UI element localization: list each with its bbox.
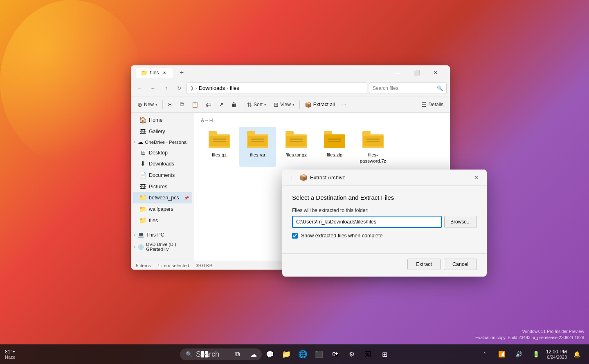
battery-icon: 🔋	[533, 351, 540, 357]
sidebar-item-between-pcs[interactable]: 📁 between_pcs 📌	[133, 192, 192, 203]
file-item-rar[interactable]: files.rar	[239, 127, 276, 167]
minimize-button[interactable]: —	[389, 65, 407, 80]
new-button[interactable]: ⊕ New ▾	[134, 100, 161, 109]
apps-button[interactable]: ⊞	[377, 347, 392, 362]
dvd-expand-icon: ›	[134, 245, 135, 249]
tab-close-button[interactable]: ✕	[161, 69, 168, 76]
close-button[interactable]: ✕	[426, 65, 445, 80]
thispc-icon: 💻	[138, 232, 144, 238]
chat-button[interactable]: 💬	[263, 347, 277, 362]
edge-button[interactable]: 🌐	[295, 347, 310, 362]
apps-icon: ⊞	[382, 351, 387, 358]
cut-icon: ✂	[168, 101, 173, 108]
breadcrumb[interactable]: ❱ › Downloads › files	[187, 83, 367, 94]
browse-button[interactable]: Browse...	[444, 216, 477, 228]
sidebar-item-gallery[interactable]: 🖼 Gallery	[133, 126, 192, 137]
sidebar-item-wallpapers[interactable]: 📁 wallpapers 📌	[133, 203, 192, 215]
file-item-zip[interactable]: files.zip	[316, 127, 353, 167]
sort-button[interactable]: ⇅ Sort ▾	[244, 100, 270, 109]
more-button[interactable]: ···	[339, 100, 350, 109]
cut-button[interactable]: ✂	[164, 100, 176, 109]
copy-button[interactable]: ⧉	[177, 99, 187, 109]
search-box[interactable]: Search files 🔍	[369, 83, 447, 94]
sidebar-item-downloads[interactable]: ⬇ Downloads 📌	[133, 158, 192, 170]
share-button[interactable]: ↗	[216, 100, 227, 109]
sidebar-section-onedrive[interactable]: › ☁ OneDrive - Personal	[131, 137, 194, 147]
store-button[interactable]: 🛍	[328, 347, 343, 362]
search-bar-text: Search	[196, 350, 219, 359]
search-button[interactable]: 🔍 Search	[214, 347, 228, 362]
extract-button[interactable]: Extract	[407, 259, 441, 270]
sort-chevron-icon: ▾	[264, 103, 266, 107]
tab-folder-icon: 📁	[141, 69, 148, 76]
downloads-icon: ⬇	[139, 160, 146, 167]
tray-overflow-icon: ⌃	[483, 351, 487, 357]
file-explorer-taskbar-btn[interactable]: 📁	[279, 347, 294, 362]
weather-condition: Haze	[5, 355, 16, 360]
breadcrumb-downloads[interactable]: Downloads	[199, 85, 225, 91]
sidebar-item-documents[interactable]: 📄 Documents 📌	[133, 170, 192, 181]
sidebar-item-desktop[interactable]: 🖥 Desktop 📌	[133, 147, 192, 158]
sidebar-item-wallpapers-label: wallpapers	[149, 206, 173, 212]
dialog-title-text: Extract Archive	[310, 174, 346, 181]
window-controls: — ⬜ ✕	[389, 65, 445, 80]
sidebar-item-home[interactable]: 🏠 Home	[133, 114, 192, 126]
status-selected: 1 item selected	[157, 263, 189, 268]
up-button[interactable]: ↑	[160, 83, 172, 94]
widgets-button[interactable]: ☁	[246, 347, 261, 362]
back-button[interactable]: ←	[134, 83, 146, 94]
new-tab-button[interactable]: +	[176, 67, 187, 78]
files-folder-icon: 📁	[139, 217, 146, 224]
rename-button[interactable]: 🏷	[202, 100, 215, 109]
new-label: New	[144, 102, 154, 107]
sys-tray: ⌃ 📶 🔊 🔋 12:00 PM 6/24/2023 🔔	[477, 347, 584, 362]
show-extracted-label: Show extracted files when complete	[301, 233, 382, 239]
file-item-gz[interactable]: files.gz	[201, 127, 238, 167]
notification-button[interactable]: 🔔	[569, 347, 584, 362]
clock-area[interactable]: 12:00 PM 6/24/2023	[546, 349, 567, 360]
desktop: 📁 files ✕ + — ⬜ ✕ ← → ↑ ↻ ❱ › Downloads …	[0, 0, 589, 364]
file-item-7z[interactable]: files-password.7z	[355, 127, 391, 167]
paste-button[interactable]: 📋	[188, 100, 202, 109]
new-icon: ⊕	[137, 101, 142, 108]
extract-all-button[interactable]: 📦 Extract all	[301, 100, 338, 109]
show-extracted-checkbox[interactable]	[292, 233, 298, 239]
sidebar-item-between-pcs-label: between_pcs	[149, 195, 179, 201]
sidebar-section-thispc[interactable]: › 💻 This PC	[131, 230, 194, 240]
tray-overflow-button[interactable]: ⌃	[477, 347, 492, 362]
file-item-targz[interactable]: files.tar.gz	[278, 127, 315, 167]
battery-button[interactable]: 🔋	[529, 347, 544, 362]
taskbar-center: 🔍 Search ⧉ ☁ 💬 📁 🌐 ⬛ 🛍	[197, 347, 392, 362]
toolbar-separator-1	[162, 100, 163, 109]
file-icon-targz-wrap	[285, 129, 308, 150]
breadcrumb-files[interactable]: files	[230, 85, 239, 91]
sidebar-section-thispc-label: This PC	[146, 232, 164, 238]
terminal-button[interactable]: ⬛	[312, 347, 326, 362]
dialog-path-input[interactable]	[292, 216, 442, 228]
settings-button[interactable]: ⚙	[344, 347, 359, 362]
network-button[interactable]: 📶	[495, 347, 509, 362]
gallery-icon: 🖼	[139, 128, 146, 135]
maximize-button[interactable]: ⬜	[407, 65, 426, 80]
dialog-overlay: ← 📦 Extract Archive ✕ Select a Destinati…	[0, 0, 589, 364]
explorer-tab[interactable]: 📁 files ✕	[136, 68, 173, 78]
sidebar-item-pictures[interactable]: 🖼 Pictures 📌	[133, 181, 192, 192]
more-icon: ···	[342, 102, 346, 107]
volume-button[interactable]: 🔊	[512, 347, 526, 362]
dialog-close-button[interactable]: ✕	[470, 172, 482, 183]
delete-button[interactable]: 🗑	[228, 100, 240, 109]
sidebar-section-dvd[interactable]: › 💿 DVD Drive (D:) GParted-liv	[131, 240, 194, 254]
details-button[interactable]: ☰ Details	[418, 100, 447, 109]
dialog-title-icon: 📦	[299, 174, 308, 181]
dialog-back-button[interactable]: ←	[287, 173, 297, 183]
sidebar-section-dvd-label: DVD Drive (D:) GParted-liv	[146, 242, 191, 252]
refresh-button[interactable]: ↻	[173, 83, 185, 94]
taskview-button[interactable]: ⧉	[230, 347, 245, 362]
cancel-button[interactable]: Cancel	[444, 259, 477, 270]
folder-7z-icon	[362, 131, 384, 148]
sidebar-item-files[interactable]: 📁 files	[133, 215, 192, 226]
status-size: 39.0 KB	[196, 263, 212, 268]
view-button[interactable]: ⊞ View ▾	[270, 100, 298, 109]
forward-button[interactable]: →	[147, 83, 159, 94]
photos-button[interactable]: 🖼	[361, 347, 375, 362]
